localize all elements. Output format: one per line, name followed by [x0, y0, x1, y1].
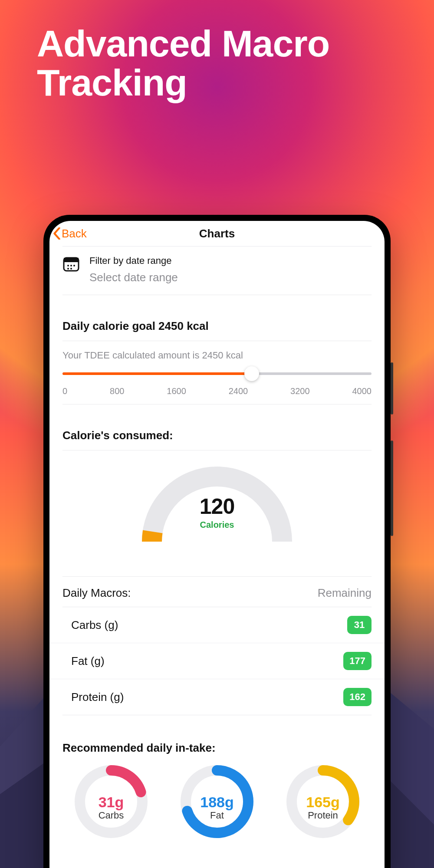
tick: 800	[110, 386, 124, 396]
donut-value: 188g	[200, 794, 234, 811]
page-title: Charts	[199, 227, 235, 240]
phone-side-button	[391, 441, 393, 536]
phone-side-button	[391, 362, 393, 414]
calories-gauge: 120 Calories	[49, 450, 385, 563]
svg-point-5	[67, 265, 69, 266]
svg-point-7	[73, 265, 75, 266]
hero-title: Advanced Macro Tracking	[37, 24, 329, 102]
donut-protein: 165g Protein	[274, 763, 372, 821]
slider-fill	[62, 372, 252, 375]
svg-rect-4	[64, 258, 79, 262]
calorie-goal-heading: Daily calorie goal 2450 kcal	[49, 308, 385, 341]
donut-fat: 188g Fat	[168, 763, 266, 821]
recommended-donuts: 31g Carbs 188g Fat 165g Protein	[49, 763, 385, 830]
macro-row-protein: Protein (g) 162	[49, 679, 385, 715]
macro-name: Carbs (g)	[62, 618, 118, 632]
recommended-intake-heading: Recommended daily in-take:	[49, 728, 385, 763]
gauge-value: 120	[135, 494, 299, 519]
tick: 2400	[229, 386, 248, 396]
macro-name: Fat (g)	[62, 654, 105, 668]
navbar: Back Charts	[49, 221, 385, 246]
macro-row-fat: Fat (g) 177	[49, 643, 385, 679]
donut-value: 165g	[306, 794, 340, 811]
calories-consumed-heading: Calorie's consumed:	[49, 418, 385, 450]
tick: 1600	[167, 386, 186, 396]
macros-remaining-label: Remaining	[318, 586, 372, 600]
tick: 4000	[352, 386, 372, 396]
macro-remaining-pill: 162	[343, 688, 372, 706]
back-label: Back	[62, 227, 87, 240]
donut-label: Carbs	[99, 810, 124, 821]
svg-point-6	[70, 265, 72, 266]
filter-label: Filter by date range	[89, 255, 372, 266]
donut-label: Protein	[308, 810, 338, 821]
date-range-select[interactable]: Select date range	[89, 271, 372, 284]
donut-carbs: 31g Carbs	[62, 763, 160, 821]
macro-row-carbs: Carbs (g) 31	[49, 607, 385, 643]
macro-remaining-pill: 31	[347, 616, 372, 634]
back-button[interactable]: Back	[53, 221, 87, 246]
date-filter-row: Filter by date range Select date range	[49, 247, 385, 295]
macro-remaining-pill: 177	[343, 652, 372, 670]
tick: 3200	[290, 386, 310, 396]
macro-name: Protein (g)	[62, 690, 124, 704]
hero-line-2: Tracking	[37, 63, 329, 102]
calorie-goal-slider[interactable]	[49, 365, 385, 383]
svg-point-8	[67, 268, 69, 270]
slider-thumb[interactable]	[244, 366, 259, 381]
svg-point-9	[70, 268, 72, 270]
donut-label: Fat	[210, 810, 224, 821]
tick: 0	[62, 386, 67, 396]
tdee-text: Your TDEE calculated amount is 2450 kcal	[49, 341, 385, 365]
donut-value: 31g	[99, 794, 124, 811]
macros-header: Daily Macros: Remaining	[49, 577, 385, 607]
phone-screen: Back Charts Filter by date range Select …	[49, 221, 385, 868]
macros-heading: Daily Macros:	[62, 586, 131, 600]
hero-line-1: Advanced Macro	[37, 24, 329, 63]
calendar-icon	[62, 255, 80, 273]
gauge-unit: Calories	[135, 520, 299, 530]
chevron-left-icon	[53, 227, 61, 240]
phone-frame: Back Charts Filter by date range Select …	[43, 215, 391, 868]
slider-ticks: 0 800 1600 2400 3200 4000	[49, 383, 385, 404]
